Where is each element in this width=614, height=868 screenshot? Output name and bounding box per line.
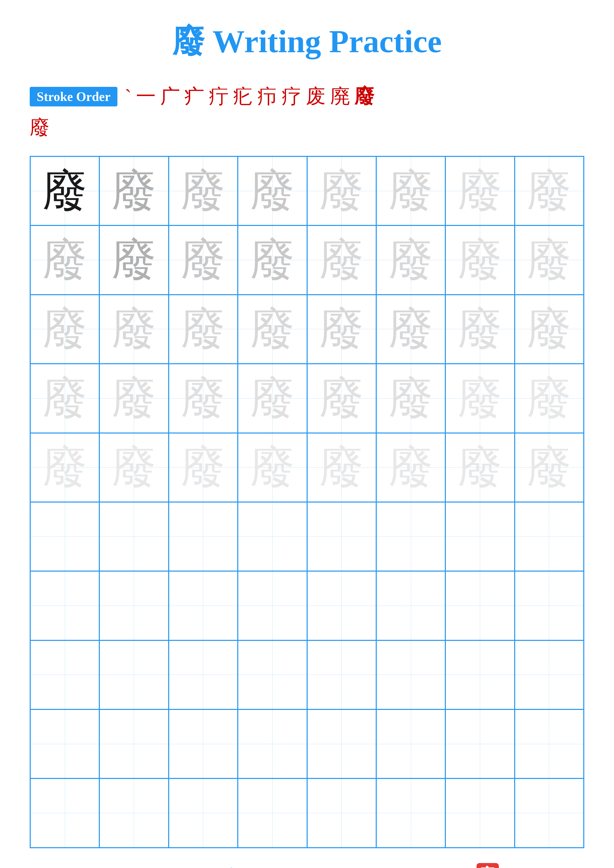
grid-cell-9-5[interactable] (307, 709, 376, 778)
grid-cell-2-1[interactable]: 廢 (30, 225, 99, 294)
logo-char: 字 (480, 864, 495, 868)
grid-cell-8-1[interactable] (30, 640, 99, 709)
grid-cell-2-2[interactable]: 廢 (99, 225, 168, 294)
grid-cell-7-1[interactable] (30, 571, 99, 640)
grid-cell-4-3[interactable]: 廢 (169, 364, 238, 433)
grid-cell-5-7[interactable]: 廢 (445, 433, 515, 502)
grid-cell-5-4[interactable]: 廢 (238, 433, 307, 502)
grid-cell-5-1[interactable]: 廢 (30, 433, 99, 502)
char-light: 廢 (389, 169, 433, 213)
char-light: 廢 (527, 307, 571, 351)
grid-cell-3-3[interactable]: 廢 (169, 295, 238, 364)
grid-cell-9-4[interactable] (238, 709, 307, 778)
grid-cell-9-6[interactable] (376, 709, 445, 778)
grid-cell-4-1[interactable]: 廢 (30, 364, 99, 433)
grid-cell-4-2[interactable]: 廢 (99, 364, 168, 433)
grid-cell-1-6[interactable]: 廢 (376, 157, 445, 225)
grid-cell-10-6[interactable] (376, 778, 445, 848)
char-light: 廢 (181, 445, 225, 490)
grid-cell-8-8[interactable] (515, 640, 584, 709)
grid-cell-5-3[interactable]: 廢 (169, 433, 238, 502)
char-light: 廢 (527, 445, 571, 490)
grid-cell-1-8[interactable]: 廢 (515, 157, 584, 225)
grid-cell-2-5[interactable]: 廢 (307, 225, 376, 294)
grid-cell-2-4[interactable]: 廢 (238, 225, 307, 294)
grid-row-7 (30, 571, 584, 640)
grid-cell-10-3[interactable] (169, 778, 238, 848)
grid-cell-7-7[interactable] (445, 571, 515, 640)
grid-cell-3-8[interactable]: 廢 (515, 295, 584, 364)
grid-cell-8-5[interactable] (307, 640, 376, 709)
grid-row-4: 廢 廢 廢 廢 廢 廢 廢 廢 (30, 364, 584, 433)
grid-cell-7-5[interactable] (307, 571, 376, 640)
char-light: 廢 (389, 376, 433, 421)
grid-cell-4-5[interactable]: 廢 (307, 364, 376, 433)
grid-cell-2-7[interactable]: 廢 (445, 225, 515, 294)
grid-cell-4-4[interactable]: 廢 (238, 364, 307, 433)
grid-cell-10-7[interactable] (445, 778, 515, 848)
grid-cell-4-8[interactable]: 廢 (515, 364, 584, 433)
grid-cell-4-7[interactable]: 廢 (445, 364, 515, 433)
grid-cell-5-5[interactable]: 廢 (307, 433, 376, 502)
grid-cell-9-2[interactable] (99, 709, 168, 778)
grid-cell-6-8[interactable] (515, 502, 584, 571)
grid-cell-3-1[interactable]: 廢 (30, 295, 99, 364)
grid-cell-10-8[interactable] (515, 778, 584, 848)
grid-cell-3-7[interactable]: 廢 (445, 295, 515, 364)
char-light: 廢 (458, 169, 502, 213)
grid-cell-1-2[interactable]: 廢 (99, 157, 168, 225)
grid-row-1: 廢 廢 廢 廢 廢 廢 廢 廢 (30, 157, 584, 225)
grid-cell-6-2[interactable] (99, 502, 168, 571)
grid-cell-3-6[interactable]: 廢 (376, 295, 445, 364)
footer: https://www.strokeorder.com/chinese/廢 字 … (30, 848, 584, 868)
grid-cell-8-3[interactable] (169, 640, 238, 709)
grid-cell-2-6[interactable]: 廢 (376, 225, 445, 294)
grid-cell-10-5[interactable] (307, 778, 376, 848)
grid-cell-7-3[interactable] (169, 571, 238, 640)
grid-cell-8-2[interactable] (99, 640, 168, 709)
grid-cell-1-4[interactable]: 廢 (238, 157, 307, 225)
grid-cell-1-3[interactable]: 廢 (169, 157, 238, 225)
char-light: 廢 (181, 307, 225, 351)
grid-cell-7-6[interactable] (376, 571, 445, 640)
grid-cell-9-3[interactable] (169, 709, 238, 778)
char-light: 廢 (250, 445, 295, 490)
grid-cell-6-1[interactable] (30, 502, 99, 571)
char-light: 廢 (458, 445, 502, 490)
grid-cell-1-5[interactable]: 廢 (307, 157, 376, 225)
grid-cell-6-6[interactable] (376, 502, 445, 571)
grid-cell-3-5[interactable]: 廢 (307, 295, 376, 364)
char-light: 廢 (389, 445, 433, 490)
grid-row-9 (30, 709, 584, 778)
grid-cell-7-4[interactable] (238, 571, 307, 640)
grid-cell-7-8[interactable] (515, 571, 584, 640)
grid-cell-10-2[interactable] (99, 778, 168, 848)
grid-cell-6-5[interactable] (307, 502, 376, 571)
grid-cell-10-1[interactable] (30, 778, 99, 848)
grid-cell-9-8[interactable] (515, 709, 584, 778)
grid-cell-3-2[interactable]: 廢 (99, 295, 168, 364)
grid-cell-1-7[interactable]: 廢 (445, 157, 515, 225)
practice-grid: 廢 廢 廢 廢 廢 廢 廢 廢 (30, 156, 584, 848)
grid-cell-5-6[interactable]: 廢 (376, 433, 445, 502)
grid-cell-2-8[interactable]: 廢 (515, 225, 584, 294)
grid-cell-4-6[interactable]: 廢 (376, 364, 445, 433)
char-light: 廢 (527, 376, 571, 421)
grid-cell-1-1[interactable]: 廢 (30, 157, 99, 225)
grid-cell-8-7[interactable] (445, 640, 515, 709)
grid-cell-9-1[interactable] (30, 709, 99, 778)
grid-cell-6-3[interactable] (169, 502, 238, 571)
grid-cell-9-7[interactable] (445, 709, 515, 778)
grid-cell-5-8[interactable]: 廢 (515, 433, 584, 502)
char-light: 廢 (458, 238, 502, 282)
grid-cell-8-6[interactable] (376, 640, 445, 709)
char-light: 廢 (319, 445, 364, 490)
grid-cell-6-4[interactable] (238, 502, 307, 571)
grid-cell-7-2[interactable] (99, 571, 168, 640)
grid-cell-3-4[interactable]: 廢 (238, 295, 307, 364)
grid-cell-6-7[interactable] (445, 502, 515, 571)
grid-cell-10-4[interactable] (238, 778, 307, 848)
grid-cell-8-4[interactable] (238, 640, 307, 709)
grid-cell-2-3[interactable]: 廢 (169, 225, 238, 294)
grid-cell-5-2[interactable]: 廢 (99, 433, 168, 502)
